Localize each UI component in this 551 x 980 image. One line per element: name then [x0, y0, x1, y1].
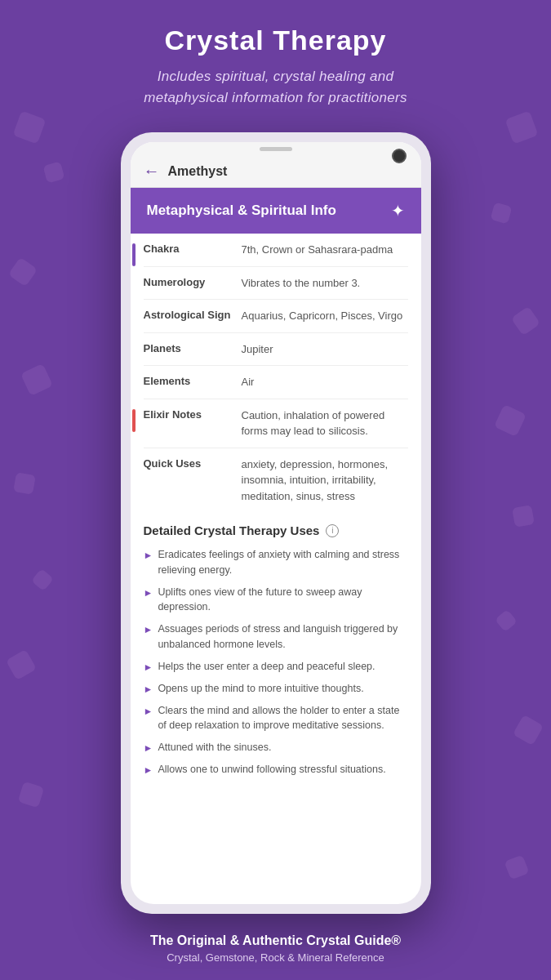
- use-text: Opens up the mind to more intuitive thou…: [158, 681, 363, 697]
- footer: The Original & Authentic Crystal Guide® …: [118, 922, 433, 980]
- header: Crystal Therapy Includes spiritual, crys…: [111, 0, 440, 124]
- phone-speaker: [260, 147, 292, 151]
- row-value: 7th, Crown or Sahasrara-padma: [242, 242, 408, 258]
- table-row: Quick Uses anxiety, depression, hormones…: [144, 448, 408, 513]
- table-row: Elixir Notes Caution, inhalation of powe…: [144, 399, 408, 448]
- phone-top-bar: ← Amethyst: [131, 142, 421, 188]
- row-value: Caution, inhalation of powered forms may…: [242, 408, 408, 439]
- row-value: Vibrates to the number 3.: [242, 275, 408, 292]
- use-text: Attuned with the sinuses.: [158, 740, 271, 755]
- bullet-icon: ►: [144, 586, 153, 600]
- list-item: ► Assuages periods of stress and languis…: [144, 621, 408, 653]
- list-item: ► Opens up the mind to more intuitive th…: [144, 681, 408, 697]
- detailed-section: Detailed Crystal Therapy Uses i ► Eradic…: [131, 512, 421, 787]
- page-wrapper: Crystal Therapy Includes spiritual, crys…: [0, 0, 551, 980]
- row-value: Aquarius, Capricorn, Pisces, Virgo: [242, 308, 408, 324]
- use-text: Allows one to unwind following stressful…: [158, 762, 385, 777]
- back-button[interactable]: ←: [144, 162, 160, 180]
- row-label: Elements: [144, 374, 242, 387]
- list-item: ► Uplifts ones view of the future to swe…: [144, 585, 408, 616]
- use-text: Helps the user enter a deep and peaceful…: [158, 659, 375, 675]
- use-text: Clears the mind and allows the holder to…: [158, 703, 407, 734]
- row-label: Planets: [144, 341, 242, 354]
- row-value: anxiety, depression, hormones, insomnia,…: [242, 457, 408, 505]
- row-indicator-red: [132, 409, 136, 432]
- table-row: Chakra 7th, Crown or Sahasrara-padma: [144, 234, 408, 267]
- row-label: Numerology: [144, 275, 242, 288]
- page-title: Crystal Therapy: [144, 24, 407, 56]
- info-table: Chakra 7th, Crown or Sahasrara-padma Num…: [131, 234, 421, 512]
- info-circle-icon[interactable]: i: [326, 524, 339, 537]
- table-row: Planets Jupiter: [144, 333, 408, 367]
- table-row: Elements Air: [144, 366, 408, 399]
- footer-subtitle: Crystal, Gemstone, Rock & Mineral Refere…: [150, 951, 401, 964]
- bullet-icon: ►: [144, 660, 153, 675]
- detailed-title-row: Detailed Crystal Therapy Uses i: [144, 523, 408, 537]
- bullet-icon: ►: [144, 763, 153, 777]
- use-text: Assuages periods of stress and languish …: [158, 621, 407, 653]
- table-row: Numerology Vibrates to the number 3.: [144, 267, 408, 301]
- phone-mockup: ← Amethyst Metaphysical & Spiritual Info…: [121, 132, 431, 914]
- row-value: Jupiter: [242, 341, 408, 358]
- bullet-icon: ►: [144, 741, 153, 755]
- row-label: Quick Uses: [144, 457, 242, 470]
- nav-title: Amethyst: [168, 164, 228, 179]
- bullet-icon: ►: [144, 622, 153, 637]
- bullet-icon: ►: [144, 548, 153, 563]
- phone-camera: [392, 149, 407, 163]
- section-header-title: Metaphysical & Spiritual Info: [147, 203, 336, 219]
- table-row: Astrological Sign Aquarius, Capricorn, P…: [144, 300, 408, 333]
- footer-title: The Original & Authentic Crystal Guide®: [150, 933, 401, 948]
- row-label: Elixir Notes: [144, 408, 242, 421]
- phone-content[interactable]: Metaphysical & Spiritual Info ✦ Chakra 7…: [131, 188, 421, 904]
- row-label: Chakra: [144, 242, 242, 255]
- list-item: ► Attuned with the sinuses.: [144, 740, 408, 755]
- list-item: ► Helps the user enter a deep and peacef…: [144, 659, 408, 675]
- phone-screen: ← Amethyst Metaphysical & Spiritual Info…: [131, 142, 421, 904]
- row-value: Air: [242, 374, 408, 390]
- page-subtitle: Includes spiritual, crystal healing andm…: [144, 66, 407, 108]
- row-indicator-purple: [132, 243, 136, 266]
- use-text: Uplifts ones view of the future to sweep…: [158, 585, 407, 616]
- list-item: ► Eradicates feelings of anxiety with ca…: [144, 547, 408, 578]
- detailed-section-title: Detailed Crystal Therapy Uses: [144, 523, 320, 537]
- list-item: ► Clears the mind and allows the holder …: [144, 703, 408, 734]
- use-text: Eradicates feelings of anxiety with calm…: [158, 547, 407, 578]
- list-item: ► Allows one to unwind following stressf…: [144, 762, 408, 777]
- bullet-icon: ►: [144, 704, 153, 719]
- bullet-icon: ►: [144, 682, 153, 697]
- section-header: Metaphysical & Spiritual Info ✦: [131, 188, 421, 234]
- row-label: Astrological Sign: [144, 308, 242, 321]
- sparkle-icon: ✦: [391, 201, 405, 220]
